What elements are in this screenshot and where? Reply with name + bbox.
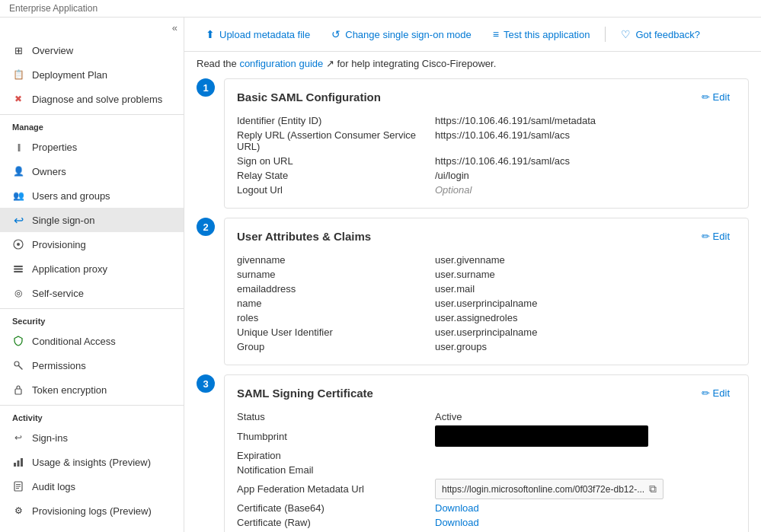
- field-cert-base64: Certificate (Base64) Download: [237, 502, 736, 514]
- svg-rect-8: [18, 460, 20, 467]
- diagnose-icon: [12, 93, 24, 105]
- perms-icon: [12, 359, 24, 371]
- collapse-button[interactable]: «: [0, 18, 184, 38]
- field-value-givenname: user.givenname: [435, 254, 505, 266]
- change-icon: ↺: [331, 28, 341, 40]
- field-status: Status Active: [237, 411, 736, 422]
- proxy-icon: [12, 263, 24, 275]
- field-label-expiration: Expiration: [237, 450, 435, 461]
- sso-icon: ↩: [12, 214, 24, 226]
- sidebar-item-properties[interactable]: ||| Properties: [0, 135, 184, 159]
- field-label-cert-raw: Certificate (Raw): [237, 517, 435, 528]
- field-label-group: Group: [237, 341, 435, 352]
- sidebar-item-diagnose[interactable]: Diagnose and solve problems: [0, 87, 184, 111]
- test-label: Test this application: [504, 29, 590, 40]
- sidebar-item-owners[interactable]: Owners: [0, 159, 184, 183]
- section-1-edit-button[interactable]: ✏ Edit: [695, 88, 736, 106]
- sidebar-item-app-proxy[interactable]: Application proxy: [0, 256, 184, 281]
- upload-label: Upload metadata file: [219, 29, 310, 40]
- sidebar-item-sign-ins[interactable]: ↩ Sign-ins: [0, 425, 184, 450]
- feedback-label: Got feedback?: [635, 29, 700, 40]
- edit-3-icon: ✏: [702, 387, 710, 399]
- field-label-unique: Unique User Identifier: [237, 327, 435, 338]
- field-group: Group user.groups: [237, 341, 736, 352]
- field-label-givenname: givenname: [237, 254, 435, 266]
- sidebar-item-overview[interactable]: Overview: [0, 38, 184, 62]
- config-guide-link[interactable]: configuration guide: [239, 58, 323, 69]
- sidebar-item-conditional-access[interactable]: Conditional Access: [0, 329, 184, 353]
- metadata-url-text: https://login.microsoftonline.com/0f03f7…: [442, 484, 644, 495]
- section-2-title: User Attributes & Claims: [237, 230, 371, 243]
- svg-rect-2: [14, 266, 23, 267]
- field-roles: roles user.assignedroles: [237, 312, 736, 323]
- ca-icon: [12, 335, 24, 347]
- step-2-badge: 2: [197, 218, 215, 236]
- sidebar-item-prov-logs[interactable]: ⚙ Provisioning logs (Preview): [0, 499, 184, 523]
- field-value-email: user.mail: [435, 283, 475, 295]
- field-givenname: givenname user.givenname: [237, 254, 736, 266]
- field-value-group: user.groups: [435, 341, 487, 352]
- copy-url-button[interactable]: ⧉: [649, 483, 657, 495]
- field-label-thumbprint: Thumbprint: [237, 431, 435, 442]
- field-value-name: user.userprincipalname: [435, 298, 537, 309]
- field-metadata-url: App Federation Metadata Url https://logi…: [237, 479, 736, 499]
- section-3-edit-button[interactable]: ✏ Edit: [695, 384, 736, 402]
- field-thumbprint: Thumbprint: [237, 425, 736, 447]
- sidebar-item-self-service[interactable]: ◎ Self-service: [0, 281, 184, 305]
- svg-point-1: [17, 243, 20, 246]
- section-2-edit-button[interactable]: ✏ Edit: [695, 228, 736, 245]
- toolbar: ⬆ Upload metadata file ↺ Change single s…: [184, 18, 761, 52]
- field-value-logout: Optional: [435, 184, 472, 196]
- feedback-button[interactable]: ♡ Got feedback?: [612, 24, 709, 45]
- sidebar-label-permissions: Permissions: [32, 360, 86, 371]
- field-sign-on-url: Sign on URL https://10.106.46.191/saml/a…: [237, 155, 736, 167]
- sidebar-item-provisioning[interactable]: Provisioning: [0, 232, 184, 256]
- section-manage: Manage: [0, 114, 184, 135]
- top-bar: Enterprise Application: [0, 0, 761, 18]
- section-2-card: User Attributes & Claims ✏ Edit givennam…: [224, 218, 749, 365]
- sidebar-item-permissions[interactable]: Permissions: [0, 353, 184, 377]
- field-label-metadata: App Federation Metadata Url: [237, 483, 435, 495]
- field-cert-raw: Certificate (Raw) Download: [237, 517, 736, 528]
- field-label-notif: Notification Email: [237, 464, 435, 476]
- sidebar-label-sso: Single sign-on: [32, 215, 94, 226]
- field-name: name user.userprincipalname: [237, 298, 736, 309]
- field-unique-identifier: Unique User Identifier user.userprincipa…: [237, 327, 736, 338]
- sidebar-item-token-encryption[interactable]: Token encryption: [0, 377, 184, 402]
- svg-rect-3: [14, 269, 23, 270]
- content-area: 1 Basic SAML Configuration ✏ Edit Identi…: [184, 72, 761, 532]
- upload-metadata-button[interactable]: ⬆ Upload metadata file: [197, 24, 319, 45]
- overview-icon: [12, 44, 24, 56]
- field-label-logout: Logout Url: [237, 184, 435, 196]
- sidebar-item-users-groups[interactable]: Users and groups: [0, 183, 184, 208]
- sidebar-item-usage-insights[interactable]: Usage & insights (Preview): [0, 450, 184, 474]
- field-value-sign-on: https://10.106.46.191/saml/acs: [435, 155, 570, 167]
- main-content: ⬆ Upload metadata file ↺ Change single s…: [184, 18, 761, 532]
- change-sso-mode-button[interactable]: ↺ Change single sign-on mode: [322, 24, 481, 45]
- field-notif-email: Notification Email: [237, 464, 736, 476]
- field-identifier: Identifier (Entity ID) https://10.106.46…: [237, 115, 736, 126]
- edit-1-icon: ✏: [702, 91, 710, 103]
- cert-raw-download-link[interactable]: Download: [435, 517, 479, 528]
- sidebar-item-sso[interactable]: ↩ Single sign-on: [0, 208, 184, 232]
- field-value-relay: /ui/login: [435, 170, 469, 181]
- change-label: Change single sign-on mode: [345, 29, 472, 40]
- section-1-wrapper: 1 Basic SAML Configuration ✏ Edit Identi…: [197, 78, 749, 209]
- sidebar-item-deployment-plan[interactable]: Deployment Plan: [0, 62, 184, 87]
- users-icon: [12, 190, 24, 202]
- field-value-status: Active: [435, 411, 462, 422]
- section-3-header: SAML Signing Certificate ✏ Edit: [225, 375, 748, 408]
- section-1-header: Basic SAML Configuration ✏ Edit: [225, 79, 748, 112]
- self-icon: ◎: [12, 287, 24, 299]
- step-1-badge: 1: [197, 78, 215, 97]
- owners-icon: [12, 165, 24, 177]
- field-emailaddress: emailaddress user.mail: [237, 283, 736, 295]
- sidebar-label-self: Self-service: [32, 288, 84, 299]
- cert-base64-download-link[interactable]: Download: [435, 502, 479, 514]
- sidebar-label-ca: Conditional Access: [32, 336, 116, 347]
- sidebar-item-audit-logs[interactable]: Audit logs: [0, 474, 184, 499]
- audit-icon: [12, 480, 24, 492]
- test-application-button[interactable]: ≡ Test this application: [484, 24, 600, 45]
- feedback-icon: ♡: [621, 28, 631, 40]
- deploy-icon: [12, 68, 24, 81]
